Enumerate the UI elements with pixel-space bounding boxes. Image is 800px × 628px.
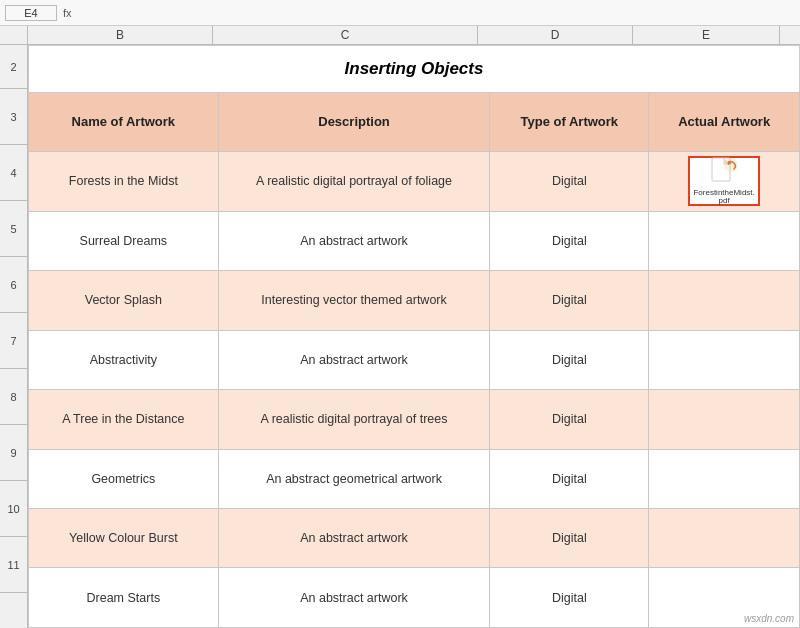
- row-num-6[interactable]: 6: [0, 257, 27, 313]
- pdf-filename: ForestintheMidst.pdf: [693, 189, 755, 207]
- col-header-d[interactable]: D: [478, 26, 633, 44]
- row-num-5[interactable]: 5: [0, 201, 27, 257]
- header-description: Description: [218, 92, 490, 151]
- row-num-2[interactable]: 2: [0, 45, 27, 89]
- cell-desc-6: An abstract geometrical artwork: [218, 449, 490, 508]
- cell-artwork-4: [649, 330, 800, 389]
- cell-name-6: Geometrics: [29, 449, 219, 508]
- data-table: Inserting Objects Name of Artwork Descri…: [28, 45, 800, 628]
- table-row: Dream Starts An abstract artwork Digital: [29, 568, 800, 628]
- table-row: A Tree in the Distance A realistic digit…: [29, 390, 800, 449]
- table-row: Surreal Dreams An abstract artwork Digit…: [29, 211, 800, 270]
- cell-desc-3: Interesting vector themed artwork: [218, 271, 490, 330]
- col-header-e[interactable]: E: [633, 26, 780, 44]
- pdf-object[interactable]: ForestintheMidst.pdf: [688, 156, 760, 206]
- header-artwork: Actual Artwork: [649, 92, 800, 151]
- column-headers: B C D E: [0, 26, 800, 45]
- sheet-area: 2 3 4 5 6 7 8 9 10 11 Inserting Objects: [0, 45, 800, 628]
- row-num-10[interactable]: 10: [0, 481, 27, 537]
- col-header-c[interactable]: C: [213, 26, 478, 44]
- cell-artwork-2: [649, 211, 800, 270]
- cell-type-2: Digital: [490, 211, 649, 270]
- cell-desc-1: A realistic digital portrayal of foliage: [218, 152, 490, 211]
- cell-type-8: Digital: [490, 568, 649, 628]
- cell-name-4: Abstractivity: [29, 330, 219, 389]
- cell-desc-5: A realistic digital portrayal of trees: [218, 390, 490, 449]
- header-row: Name of Artwork Description Type of Artw…: [29, 92, 800, 151]
- pdf-file-icon: [709, 157, 739, 187]
- table-row: Vector Splash Interesting vector themed …: [29, 271, 800, 330]
- title-row: Inserting Objects: [29, 46, 800, 93]
- table-row: Yellow Colour Burst An abstract artwork …: [29, 509, 800, 568]
- cell-name-5: A Tree in the Distance: [29, 390, 219, 449]
- watermark: wsxdn.com: [744, 613, 794, 624]
- col-header-a[interactable]: [0, 26, 28, 44]
- row-num-9[interactable]: 9: [0, 425, 27, 481]
- cell-desc-8: An abstract artwork: [218, 568, 490, 628]
- row-num-8[interactable]: 8: [0, 369, 27, 425]
- col-header-b[interactable]: B: [28, 26, 213, 44]
- header-type: Type of Artwork: [490, 92, 649, 151]
- cell-artwork-3: [649, 271, 800, 330]
- cell-artwork-5: [649, 390, 800, 449]
- row-num-4[interactable]: 4: [0, 145, 27, 201]
- name-box[interactable]: E4: [5, 5, 57, 21]
- cell-artwork-7: [649, 509, 800, 568]
- cell-name-3: Vector Splash: [29, 271, 219, 330]
- cell-artwork-6: [649, 449, 800, 508]
- cell-name-8: Dream Starts: [29, 568, 219, 628]
- row-num-7[interactable]: 7: [0, 313, 27, 369]
- cell-type-4: Digital: [490, 330, 649, 389]
- pdf-icon-area: [706, 157, 742, 187]
- spreadsheet: E4 fx B C D E 2 3 4 5 6 7 8 9 10 11: [0, 0, 800, 628]
- cell-type-3: Digital: [490, 271, 649, 330]
- cell-desc-4: An abstract artwork: [218, 330, 490, 389]
- cell-desc-2: An abstract artwork: [218, 211, 490, 270]
- cell-name-1: Forests in the Midst: [29, 152, 219, 211]
- cell-name-2: Surreal Dreams: [29, 211, 219, 270]
- cell-type-7: Digital: [490, 509, 649, 568]
- table-row: Geometrics An abstract geometrical artwo…: [29, 449, 800, 508]
- cell-name-7: Yellow Colour Burst: [29, 509, 219, 568]
- cell-type-6: Digital: [490, 449, 649, 508]
- table-row: Abstractivity An abstract artwork Digita…: [29, 330, 800, 389]
- row-numbers: 2 3 4 5 6 7 8 9 10 11: [0, 45, 28, 628]
- table-row: Forests in the Midst A realistic digital…: [29, 152, 800, 211]
- row-num-3[interactable]: 3: [0, 89, 27, 145]
- cell-artwork-1: ForestintheMidst.pdf: [649, 152, 800, 211]
- cell-type-1: Digital: [490, 152, 649, 211]
- cell-type-5: Digital: [490, 390, 649, 449]
- formula-bar: E4 fx: [0, 0, 800, 26]
- header-name: Name of Artwork: [29, 92, 219, 151]
- formula-icon: fx: [63, 7, 72, 19]
- cell-desc-7: An abstract artwork: [218, 509, 490, 568]
- row-num-11[interactable]: 11: [0, 537, 27, 593]
- spreadsheet-title: Inserting Objects: [29, 46, 800, 93]
